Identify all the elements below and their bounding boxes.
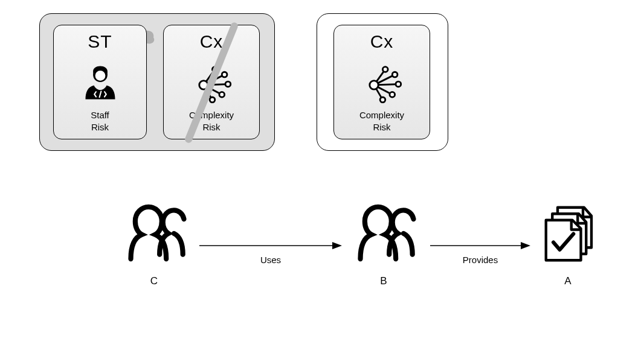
developer-icon: [79, 62, 121, 107]
arrow-uses: Uses: [198, 240, 343, 265]
svg-point-1: [95, 71, 105, 81]
network-icon: [360, 62, 404, 107]
actor-c: C: [118, 199, 190, 287]
svg-marker-25: [332, 242, 342, 249]
svg-point-12: [210, 97, 215, 103]
card-label: Complexity Risk: [164, 109, 259, 133]
svg-point-9: [222, 72, 227, 77]
actor-label: A: [535, 275, 601, 287]
svg-point-20: [392, 72, 398, 77]
card-complexity-risk-2: Cx Complexity Risk: [333, 25, 430, 139]
svg-point-23: [380, 97, 385, 103]
svg-point-19: [382, 66, 388, 72]
svg-point-18: [370, 80, 378, 89]
card-code: Cx: [334, 31, 430, 52]
actor-label: B: [347, 275, 420, 287]
svg-point-11: [219, 92, 225, 97]
people-icon: [121, 199, 187, 266]
actor-a: A: [535, 202, 601, 287]
card-label: Complexity Risk: [334, 109, 430, 133]
svg-point-22: [390, 92, 395, 97]
people-icon: [350, 199, 417, 266]
card-code: ST: [54, 31, 146, 52]
arrow-provides: Provides: [429, 240, 532, 265]
card-code: Cx: [164, 31, 259, 52]
svg-point-10: [225, 81, 231, 87]
actor-label: C: [118, 275, 190, 287]
svg-marker-27: [521, 242, 530, 249]
card-staff-risk: ST Staff Risk: [53, 25, 147, 139]
documents-check-icon: [536, 202, 600, 266]
card-label: Staff Risk: [54, 109, 146, 133]
svg-point-21: [396, 81, 401, 87]
actor-b: B: [347, 199, 420, 287]
arrow-label: Provides: [429, 255, 532, 265]
arrow-label: Uses: [198, 255, 343, 265]
